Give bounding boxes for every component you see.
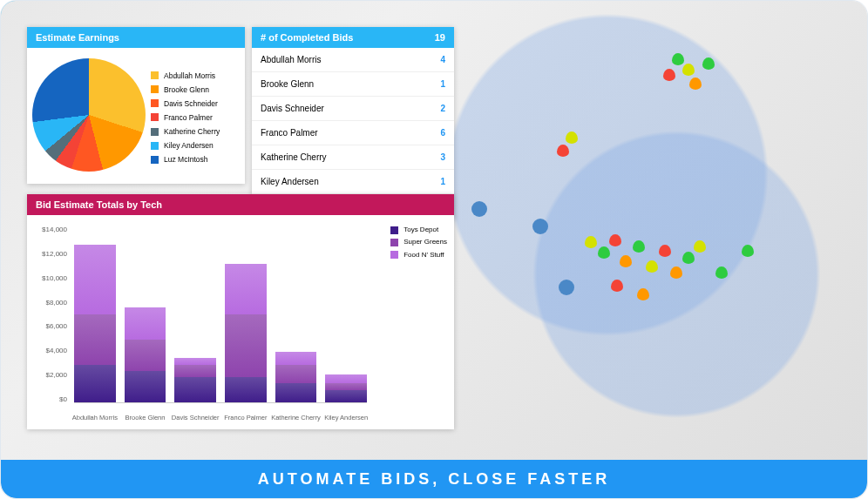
bar-segment xyxy=(275,365,317,384)
bid-estimate-totals-panel: Bid Estimate Totals by Tech $14,000$12,0… xyxy=(27,194,454,429)
bar-label: Davis Schneider xyxy=(172,414,220,421)
bar-segment xyxy=(225,314,267,378)
table-row[interactable]: Brooke Glenn1 xyxy=(252,72,454,97)
tech-marker[interactable] xyxy=(532,219,548,234)
bar-segment xyxy=(174,377,216,402)
map-pin[interactable] xyxy=(682,252,695,267)
bar-column[interactable]: Brooke Glenn xyxy=(125,226,166,402)
bar-segment xyxy=(74,314,116,365)
bar-legend: Toys DepotSuper GreensFood N' Stuff xyxy=(390,224,447,261)
map-pin[interactable] xyxy=(742,245,754,260)
legend-item[interactable]: Katherine Cherry xyxy=(151,125,220,138)
bar-label: Franco Palmer xyxy=(224,414,267,421)
y-tick: $8,000 xyxy=(46,299,67,307)
map-pin[interactable] xyxy=(670,266,682,282)
panel-title: # of Completed Bids xyxy=(261,32,353,43)
table-row[interactable]: Davis Schneider2 xyxy=(252,97,454,121)
bid-value: 4 xyxy=(440,55,445,64)
map-pin-layer xyxy=(454,18,858,446)
map-pin[interactable] xyxy=(633,240,645,256)
bids-total: 19 xyxy=(435,32,445,43)
bar-label: Katherine Cherry xyxy=(271,414,321,421)
map-pin[interactable] xyxy=(637,288,649,304)
legend-label: Katherine Cherry xyxy=(164,125,220,138)
legend-label: Toys Depot xyxy=(403,224,438,236)
footer-banner: AUTOMATE BIDS, CLOSE FASTER xyxy=(1,460,867,498)
legend-label: Luz McIntosh xyxy=(164,152,208,166)
swatch-icon xyxy=(151,142,159,150)
legend-label: Food N' Stuff xyxy=(403,249,444,261)
legend-item[interactable]: Toys Depot xyxy=(390,224,447,236)
legend-item[interactable]: Davis Schneider xyxy=(151,97,220,111)
bid-name: Abdullah Morris xyxy=(261,55,321,64)
y-tick: $14,000 xyxy=(42,226,67,233)
map-pin[interactable] xyxy=(689,78,702,93)
bar-chart[interactable]: Abdullah MorrisBrooke GlennDavis Schneid… xyxy=(74,226,367,403)
map-pin[interactable] xyxy=(715,266,728,282)
bar-segment xyxy=(174,358,216,364)
panel-title: Estimate Earnings xyxy=(36,32,119,43)
legend-item[interactable]: Food N' Stuff xyxy=(390,249,447,261)
map-pin[interactable] xyxy=(620,255,632,271)
bar-column[interactable]: Abdullah Morris xyxy=(74,226,116,402)
swatch-icon xyxy=(151,156,159,164)
map-pin[interactable] xyxy=(609,234,621,250)
map-pin[interactable] xyxy=(585,236,597,252)
legend-item[interactable]: Super Greens xyxy=(390,236,447,248)
table-row[interactable]: Kiley Andersen1 xyxy=(252,170,454,194)
bar-segment xyxy=(74,365,116,403)
panel-header: Bid Estimate Totals by Tech xyxy=(27,194,454,215)
bid-value: 1 xyxy=(440,177,445,186)
map-pin[interactable] xyxy=(663,69,675,84)
map-pin[interactable] xyxy=(598,246,610,262)
legend-item[interactable]: Franco Palmer xyxy=(151,111,220,125)
bar-segment xyxy=(125,307,166,339)
y-tick: $4,000 xyxy=(46,347,67,354)
table-row[interactable]: Franco Palmer6 xyxy=(252,121,454,145)
legend-label: Franco Palmer xyxy=(164,111,213,125)
y-tick: $12,000 xyxy=(42,250,67,258)
swatch-icon xyxy=(390,239,398,246)
table-row[interactable]: Katherine Cherry3 xyxy=(252,145,454,170)
bar-column[interactable]: Franco Palmer xyxy=(225,226,267,402)
map-pin[interactable] xyxy=(557,145,569,160)
tech-marker[interactable] xyxy=(559,280,574,295)
y-tick: $0 xyxy=(59,395,67,403)
bar-column[interactable]: Davis Schneider xyxy=(174,226,216,402)
legend-label: Kiley Andersen xyxy=(164,138,214,152)
legend-item[interactable]: Luz McIntosh xyxy=(151,152,220,166)
y-axis: $14,000$12,000$10,000$8,000$6,000$4,000$… xyxy=(32,226,67,403)
map-pin[interactable] xyxy=(646,260,658,276)
bar-segment xyxy=(225,264,267,314)
bid-name: Kiley Andersen xyxy=(261,177,319,186)
bid-name: Davis Schneider xyxy=(261,104,324,113)
map-pin[interactable] xyxy=(659,245,671,260)
map-pin[interactable] xyxy=(611,280,623,295)
legend-label: Brooke Glenn xyxy=(164,83,209,97)
bar-segment xyxy=(275,383,317,402)
bar-segment xyxy=(125,340,166,371)
bar-column[interactable]: Katherine Cherry xyxy=(275,226,317,402)
legend-item[interactable]: Kiley Andersen xyxy=(151,138,220,152)
bar-label: Brooke Glenn xyxy=(125,414,166,421)
map-pin[interactable] xyxy=(702,57,715,73)
footer-text: AUTOMATE BIDS, CLOSE FASTER xyxy=(258,470,610,489)
pie-chart[interactable] xyxy=(32,58,146,172)
bar-segment xyxy=(275,352,317,365)
bid-name: Katherine Cherry xyxy=(261,152,327,162)
table-row[interactable]: Abdullah Morris4 xyxy=(252,48,454,72)
legend-item[interactable]: Brooke Glenn xyxy=(151,83,220,97)
bar-label: Abdullah Morris xyxy=(72,414,118,421)
tech-marker[interactable] xyxy=(471,201,487,217)
bid-value: 2 xyxy=(440,104,445,113)
legend-label: Davis Schneider xyxy=(164,97,218,111)
legend-item[interactable]: Abdullah Morris xyxy=(151,69,220,83)
bar-column[interactable]: Kiley Andersen xyxy=(325,226,367,402)
y-tick: $10,000 xyxy=(42,274,67,282)
map-pin[interactable] xyxy=(694,240,706,256)
pie-legend: Abdullah MorrisBrooke GlennDavis Schneid… xyxy=(151,64,225,167)
estimate-earnings-panel: Estimate Earnings Abdullah MorrisBrooke … xyxy=(27,27,245,184)
panel-header: Estimate Earnings xyxy=(27,27,245,48)
bid-value: 3 xyxy=(440,152,445,162)
bid-name: Franco Palmer xyxy=(261,128,318,138)
